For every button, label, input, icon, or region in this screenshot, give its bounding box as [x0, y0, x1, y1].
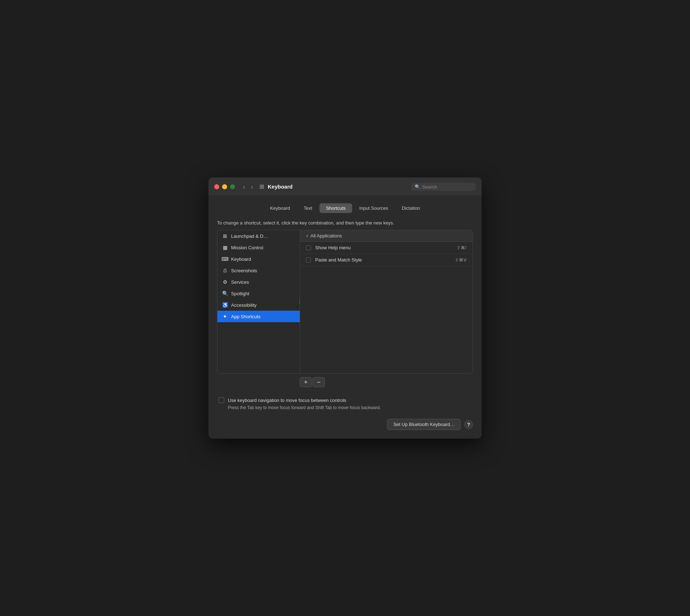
traffic-lights [214, 184, 235, 189]
tab-bar: Keyboard Text Shortcuts Input Sources Di… [217, 203, 473, 213]
close-button[interactable] [214, 184, 219, 189]
titlebar: ‹ › ⊞ Keyboard 🔍 Search [208, 177, 482, 196]
app-shortcuts-icon: ✦ [222, 313, 228, 320]
add-remove-buttons: + − [217, 377, 473, 387]
back-button[interactable]: ‹ [241, 183, 247, 191]
services-icon: ⚙ [222, 279, 228, 285]
bluetooth-keyboard-button[interactable]: Set Up Bluetooth Keyboard… [387, 419, 461, 430]
sidebar-item-launchpad[interactable]: ⊞ Launchpad & D… [217, 230, 300, 242]
show-help-name: Show Help menu [315, 245, 457, 250]
keyboard-nav-label: Use keyboard navigation to move focus be… [228, 398, 346, 403]
screenshots-icon: ⎙ [222, 267, 228, 274]
keyboard-nav-checkbox[interactable] [218, 397, 224, 403]
spotlight-icon: 🔍 [222, 290, 228, 297]
footer-section: Use keyboard navigation to move focus be… [217, 397, 473, 410]
paste-match-checkbox[interactable] [306, 258, 311, 263]
sidebar-item-services[interactable]: ⚙ Services [217, 276, 300, 288]
all-applications-header[interactable]: ∨ All Applications [300, 230, 473, 242]
sidebar-item-app-shortcuts[interactable]: ✦ App Shortcuts [217, 311, 300, 322]
search-placeholder-text: Search [422, 184, 437, 189]
maximize-button[interactable] [230, 184, 235, 189]
sidebar-item-label: Keyboard [231, 256, 251, 262]
instruction-text: To change a shortcut, select it, click t… [217, 220, 473, 226]
window-title: Keyboard [268, 184, 293, 190]
sidebar-item-label: Accessibility [231, 302, 257, 308]
mission-control-icon: ▦ [222, 244, 228, 251]
sidebar-item-label: Screenshots [231, 268, 257, 273]
launchpad-icon: ⊞ [222, 233, 228, 239]
sidebar-item-label: Services [231, 279, 249, 285]
show-help-checkbox[interactable] [306, 245, 311, 250]
keyboard-icon: ⌨ [222, 256, 228, 262]
search-icon: 🔍 [415, 184, 420, 189]
keyboard-nav-row: Use keyboard navigation to move focus be… [218, 397, 472, 403]
forward-button[interactable]: › [249, 183, 255, 191]
main-content: Keyboard Text Shortcuts Input Sources Di… [208, 196, 482, 439]
show-help-key: ⇧⌘/ [457, 245, 467, 250]
tab-shortcuts[interactable]: Shortcuts [319, 203, 352, 213]
sidebar-item-mission-control[interactable]: ▦ Mission Control [217, 242, 300, 253]
sidebar-item-label: Spotlight [231, 291, 249, 296]
nav-buttons: ‹ › [241, 183, 255, 191]
shortcut-row-show-help[interactable]: Show Help menu ⇧⌘/ [300, 242, 473, 254]
paste-match-name: Paste and Match Style [315, 257, 455, 263]
sidebar-item-spotlight[interactable]: 🔍 Spotlight [217, 288, 300, 299]
sidebar-item-label: Launchpad & D… [231, 233, 268, 239]
tab-keyboard[interactable]: Keyboard [263, 203, 296, 213]
sidebar: ⊞ Launchpad & D… ▦ Mission Control ⌨ Key… [217, 230, 300, 373]
keyboard-nav-hint: Press the Tab key to move focus forward … [228, 405, 472, 410]
tab-dictation[interactable]: Dictation [395, 203, 427, 213]
tab-text[interactable]: Text [297, 203, 319, 213]
sidebar-item-label: App Shortcuts [231, 314, 261, 319]
minimize-button[interactable] [222, 184, 227, 189]
main-panel: ⊞ Launchpad & D… ▦ Mission Control ⌨ Key… [217, 230, 473, 374]
paste-match-key: ⇧⌘V [455, 258, 467, 263]
add-shortcut-button[interactable]: + [300, 377, 312, 387]
right-panel: ∨ All Applications Show Help menu ⇧⌘/ Pa… [300, 230, 473, 373]
chevron-down-icon: ∨ [306, 234, 308, 238]
remove-shortcut-button[interactable]: − [313, 377, 325, 387]
accessibility-icon: ♿ [222, 302, 228, 308]
grid-icon: ⊞ [259, 183, 264, 190]
bottom-row: Set Up Bluetooth Keyboard… ? [217, 419, 473, 430]
sidebar-item-screenshots[interactable]: ⎙ Screenshots [217, 265, 300, 276]
all-applications-label: All Applications [310, 233, 342, 238]
keyboard-preferences-window: ‹ › ⊞ Keyboard 🔍 Search Keyboard Text Sh… [208, 177, 482, 439]
sidebar-item-accessibility[interactable]: ♿ Accessibility [217, 299, 300, 311]
search-box[interactable]: 🔍 Search [411, 182, 476, 191]
sidebar-item-keyboard[interactable]: ⌨ Keyboard [217, 253, 300, 265]
shortcut-row-paste-match[interactable]: Paste and Match Style ⇧⌘V [300, 254, 473, 266]
help-button[interactable]: ? [464, 420, 473, 429]
sidebar-item-label: Mission Control [231, 245, 263, 250]
tab-input-sources[interactable]: Input Sources [353, 203, 395, 213]
